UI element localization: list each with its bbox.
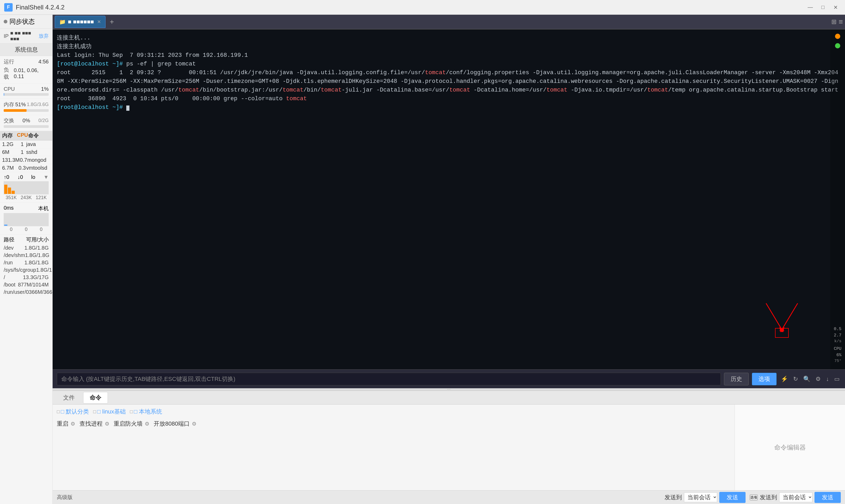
- download-icon[interactable]: ↓: [826, 376, 829, 382]
- io-bar-1: [4, 185, 7, 194]
- cmd-openport-gear[interactable]: ⚙: [192, 420, 197, 427]
- swap-progress-bar: [4, 125, 49, 128]
- cmd-findproc-gear[interactable]: ⚙: [105, 420, 109, 427]
- tab-commands[interactable]: 命令: [83, 392, 108, 403]
- tab-folder-icon: 📁: [59, 19, 66, 25]
- session-select-2[interactable]: 当前会话: [779, 492, 812, 502]
- mem-progress-bar: [4, 109, 49, 112]
- mem-value: 51%: [15, 102, 26, 108]
- refresh-icon[interactable]: ↻: [793, 376, 798, 382]
- cmd-reboot-gear[interactable]: ⚙: [71, 420, 75, 427]
- cpu-label: CPU: [4, 86, 15, 92]
- cmd-openport[interactable]: 开放8080端口 ⚙: [154, 420, 197, 428]
- term-line-7: [root@localhost ~]#: [57, 103, 841, 112]
- sync-dot: [4, 20, 7, 23]
- annotation-arrows: [750, 298, 813, 343]
- cmd-reboot[interactable]: 重启 ⚙: [57, 420, 75, 428]
- sidebar: 同步状态 IP ■ ■■ ■■■ ■■■ 放弃 系统信息 运行 4:56 负载 …: [0, 15, 53, 504]
- disk-row: /dev/shm 1.8G/1.8G: [4, 252, 49, 259]
- option-button[interactable]: 选项: [750, 494, 758, 500]
- category-default[interactable]: □ □ 默认分类: [57, 408, 89, 416]
- send-to-label-2: 发送到: [760, 493, 777, 501]
- search-icon[interactable]: 🔍: [803, 376, 810, 382]
- process-table-header: 内存 CPU 命令: [0, 131, 52, 141]
- flash-icon[interactable]: ⚡: [781, 376, 788, 382]
- cmd-restartfw[interactable]: 重启防火墙 ⚙: [114, 420, 149, 428]
- net-local: 本机: [38, 205, 49, 212]
- process-row: 1.2G 1 java: [0, 141, 52, 148]
- main-layout: 同步状态 IP ■ ■■ ■■■ ■■■ 放弃 系统信息 运行 4:56 负载 …: [0, 15, 845, 504]
- send-button-2[interactable]: 发送: [814, 492, 841, 503]
- process-row: 6.7M 0.3 vmtoolsd: [0, 164, 52, 172]
- proc-header-cmd[interactable]: 命令: [28, 132, 50, 139]
- history-button[interactable]: 历史: [724, 373, 749, 385]
- cpu-value: 1%: [41, 86, 49, 92]
- cmd-findproc[interactable]: 查找进程 ⚙: [79, 420, 109, 428]
- temp-label: 75°: [834, 358, 842, 364]
- proc-header-mem[interactable]: 内存: [2, 132, 17, 139]
- network-section: 0ms 本机 0 0 0: [0, 203, 52, 235]
- tab-bar: 📁 ■ ■■■■■■ ✕ + ⊞ ≡: [53, 15, 845, 30]
- send-button[interactable]: 发送: [719, 492, 745, 503]
- cmd-input-field[interactable]: 命令输入 (按ALT键提示历史,TAB键路径,ESC键返回,双击CTRL切换): [57, 373, 721, 385]
- process-row: 6M 1 sshd: [0, 148, 52, 156]
- disk-row: /run/user/0 366M/366M: [4, 289, 49, 296]
- minimize-button[interactable]: —: [805, 3, 815, 12]
- add-tab-button[interactable]: +: [107, 17, 117, 27]
- select-button[interactable]: 选项: [752, 373, 777, 385]
- tab-session-1[interactable]: 📁 ■ ■■■■■■ ✕: [55, 16, 106, 28]
- tab-files[interactable]: 文件: [57, 392, 81, 403]
- send-group-right: 选项 发送到 当前会话 发送: [750, 492, 841, 503]
- mini-stats-text: 0.5 2.7 k/s CPU 6% 75°: [833, 325, 843, 369]
- net-val-1: 0: [10, 227, 12, 232]
- window-controls: — □ ✕: [805, 3, 841, 12]
- ip-value: ■ ■■ ■■■ ■■■: [10, 30, 39, 42]
- io-bar-3: [12, 191, 15, 194]
- io-expand[interactable]: ▼: [43, 174, 49, 180]
- status-bar: 高级版 发送到 当前会话 发送 选项 发送到 当前会话 发送: [53, 490, 845, 504]
- process-row: 131.3M 0.7 mongod: [0, 156, 52, 164]
- session-select[interactable]: 当前会话: [684, 492, 717, 502]
- svg-marker-1: [779, 327, 785, 332]
- ip-bar: IP ■ ■■ ■■■ ■■■ 放弃: [0, 29, 52, 44]
- disk-section: 路径 可用/大小 /dev 1.8G/1.8G /dev/shm 1.8G/1.…: [0, 235, 52, 504]
- ip-action-btn[interactable]: 放弃: [39, 33, 49, 39]
- grid-view-icon[interactable]: ⊞: [831, 18, 837, 25]
- uptime-value: 4:56: [38, 59, 49, 65]
- right-stats-panel: 0.5 2.7 k/s CPU 6% 75°: [830, 30, 845, 369]
- cpu-progress-bar: [4, 93, 49, 96]
- command-list: 重启 ⚙ 查找进程 ⚙ 重启防火墙 ⚙ 开放8080端口: [57, 420, 730, 428]
- process-list: 1.2G 1 java 6M 1 sshd 131.3M 0.7 mongod …: [0, 141, 52, 172]
- svg-line-2: [782, 303, 798, 329]
- disk-header-path: 路径: [4, 236, 14, 243]
- uptime-label: 运行: [4, 58, 14, 65]
- maximize-button[interactable]: □: [817, 3, 828, 12]
- category-linux[interactable]: □ □ linux基础: [93, 408, 126, 416]
- disk-row: /sys/fs/cgroup 1.8G/1.8G: [4, 267, 49, 274]
- term-line-4: [root@localhost ~]# ps -ef | grep tomcat: [57, 60, 841, 68]
- mem-progress-fill: [4, 109, 26, 112]
- terminal-icon[interactable]: ▭: [834, 376, 840, 382]
- load-label: 负载: [4, 66, 14, 80]
- settings-icon[interactable]: ⚙: [815, 376, 821, 382]
- send-to-label: 发送到: [665, 493, 682, 501]
- terminal-cursor: [126, 106, 129, 111]
- net-val-3: 0: [40, 227, 42, 232]
- cmd-restartfw-gear[interactable]: ⚙: [145, 420, 149, 427]
- split-divider[interactable]: [53, 388, 845, 390]
- tab-close-btn[interactable]: ✕: [97, 19, 101, 25]
- uptime-section: 运行 4:56 负载 0.01, 0.06, 0.11: [0, 56, 52, 84]
- swap-used: 0/2G: [38, 118, 49, 123]
- level-label: 高级版: [57, 494, 73, 500]
- orange-indicator: [835, 34, 840, 39]
- cpu-progress-fill: [4, 93, 4, 96]
- terminal-area[interactable]: 连接主机... 连接主机成功 Last login: Thu Sep 7 09:…: [53, 30, 845, 369]
- category-local[interactable]: □ □ 本地系统: [130, 408, 162, 416]
- menu-icon[interactable]: ≡: [839, 18, 843, 26]
- proc-header-cpu[interactable]: CPU: [17, 132, 28, 139]
- titlebar: F FinalShell 4.2.4.2 — □ ✕: [0, 0, 845, 15]
- command-editor-panel: 命令编辑器: [735, 404, 845, 490]
- net-val-2: 0: [25, 227, 28, 232]
- close-button[interactable]: ✕: [830, 3, 841, 12]
- net-bar: [4, 224, 7, 226]
